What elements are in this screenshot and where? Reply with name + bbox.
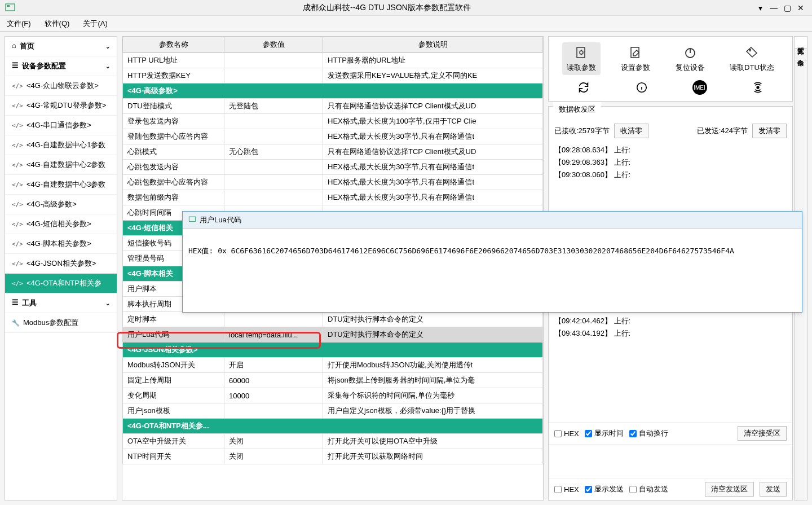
param-value[interactable] [224, 129, 323, 144]
param-value[interactable] [224, 403, 323, 419]
table-row[interactable]: NTP时间开关关闭打开此开关可以获取网络时间 [123, 449, 543, 464]
minimize-button[interactable]: — [767, 3, 780, 12]
param-value[interactable] [224, 53, 323, 68]
send-button[interactable]: 发送 [760, 482, 787, 497]
param-value[interactable]: 无登陆包 [224, 99, 323, 114]
signal-icon[interactable] [750, 80, 766, 95]
param-name[interactable]: 心跳包数据中心应答内容 [123, 175, 224, 190]
param-value[interactable]: local temp=data.illu... [224, 327, 323, 342]
table-row[interactable]: HTTP发送数据KEY发送数据采用KEY=VALUE格式,定义不同的KE [123, 68, 543, 84]
sidebar-home[interactable]: ⌂首页 ⌄ [5, 37, 117, 56]
table-row[interactable]: 登录包发送内容HEX格式,最大长度为100字节,仅用于TCP Clie [123, 114, 543, 129]
table-row[interactable]: 心跳包数据中心应答内容HEX格式,最大长度为30字节,只有在网络通信t [123, 175, 543, 190]
imei-icon[interactable]: IMEI [692, 80, 708, 95]
table-row[interactable]: 登陆包数据中心应答内容HEX格式,最大长度为30字节,只有在网络通信t [123, 129, 543, 144]
auto-wrap-checkbox[interactable]: 自动换行 [629, 428, 668, 438]
vtab-cmd[interactable]: 命令集 [795, 49, 807, 60]
table-row[interactable]: OTA空中升级开关关闭打开此开关可以使用OTA空中升级 [123, 434, 543, 449]
send-hex-checkbox[interactable]: HEX [554, 485, 579, 494]
param-name[interactable]: Modbus转JSON开关 [123, 358, 224, 373]
info-icon[interactable] [634, 80, 650, 95]
param-name[interactable]: 定时脚本 [123, 312, 224, 327]
table-row[interactable]: DTU登陆模式无登陆包只有在网络通信协议选择TCP Client模式及UD [123, 99, 543, 114]
sidebar-item[interactable]: </><4G-自建数据中心2参数 [5, 155, 117, 175]
sidebar-item[interactable]: </><4G-脚本相关参数> [5, 234, 117, 254]
param-name[interactable]: 用户json模板 [123, 403, 224, 419]
table-row[interactable]: 定时脚本DTU定时执行脚本命令的定义 [123, 312, 543, 327]
show-send-checkbox[interactable]: 显示发送 [585, 484, 624, 494]
param-value[interactable] [224, 160, 323, 175]
menu-software[interactable]: 软件(Q) [45, 19, 70, 29]
clear-recv-button[interactable]: 清空接受区 [738, 426, 787, 441]
param-name[interactable]: 登陆包数据中心应答内容 [123, 129, 224, 144]
send-clear-button[interactable]: 发清零 [752, 124, 787, 138]
menu-about[interactable]: 关于(A) [83, 19, 107, 29]
param-value[interactable]: 开启 [224, 358, 323, 373]
sidebar-item[interactable]: </><4G-高级参数> [5, 195, 117, 214]
popup-titlebar[interactable]: 用户Lua代码 [183, 212, 802, 229]
menu-file[interactable]: 文件(F) [7, 19, 31, 29]
param-value[interactable]: 无心跳包 [224, 144, 323, 160]
table-row[interactable]: 心跳包发送内容HEX格式,最大长度为30字节,只有在网络通信t [123, 160, 543, 175]
table-row[interactable]: 数据包前缀内容HEX格式,最大长度为30字节,只有在网络通信t [123, 190, 543, 205]
sidebar-tools[interactable]: ☰工具 ⌄ [5, 293, 117, 313]
sidebar-item[interactable]: </><4G-串口通信参数> [5, 116, 117, 135]
table-row[interactable]: <4G-JSON相关参数> [123, 342, 543, 358]
param-value[interactable] [224, 68, 323, 84]
close-button[interactable]: ✕ [794, 3, 807, 12]
sidebar-item[interactable]: </><4G-自建数据中心3参数 [5, 175, 117, 195]
read-params-button[interactable]: 读取参数 [562, 42, 601, 75]
reset-device-button[interactable]: 复位设备 [671, 42, 709, 75]
sidebar-item[interactable]: </><4G-众山物联云参数> [5, 76, 117, 96]
table-row[interactable]: HTTP URL地址HTTP服务器的URL地址 [123, 53, 543, 68]
section-header[interactable]: <4G-高级参数> [123, 84, 543, 99]
param-name[interactable]: HTTP发送数据KEY [123, 68, 224, 84]
param-name[interactable]: 心跳包发送内容 [123, 160, 224, 175]
recv-hex-checkbox[interactable]: HEX [554, 429, 579, 438]
param-name[interactable]: 用户Lua代码 [123, 327, 224, 342]
param-value[interactable] [224, 175, 323, 190]
table-row[interactable]: <4G-高级参数> [123, 84, 543, 99]
param-value[interactable]: 关闭 [224, 434, 323, 449]
show-time-checkbox[interactable]: 显示时间 [585, 428, 624, 438]
param-name[interactable]: 变化周期 [123, 388, 224, 403]
sidebar-item[interactable]: </><4G-常规DTU登录参数> [5, 96, 117, 116]
param-value[interactable]: 关闭 [224, 449, 323, 464]
param-value[interactable]: 10000 [224, 388, 323, 403]
dropdown-icon[interactable]: ▾ [753, 3, 767, 12]
table-row[interactable]: 固定上传周期60000将json数据上传到服务器的时间间隔,单位为毫 [123, 373, 543, 388]
param-name[interactable]: HTTP URL地址 [123, 53, 224, 68]
param-name[interactable]: 登录包发送内容 [123, 114, 224, 129]
send-text-area[interactable] [549, 444, 792, 478]
table-row[interactable]: 心跳模式无心跳包只有在网络通信协议选择TCP Client模式及UD [123, 144, 543, 160]
vtab-config[interactable]: 配置方式 [795, 37, 807, 49]
auto-send-checkbox[interactable]: 自动发送 [629, 484, 668, 494]
sidebar-modbus[interactable]: 🔧 Modbus参数配置 [5, 313, 117, 333]
sidebar-config[interactable]: ☰设备参数配置 ⌄ [5, 56, 117, 76]
table-row[interactable]: 变化周期10000采集每个标识符的时间间隔,单位为毫秒 [123, 388, 543, 403]
section-header[interactable]: <4G-OTA和NTP相关参... [123, 419, 543, 434]
sync-icon[interactable] [576, 80, 592, 95]
param-name[interactable]: 心跳模式 [123, 144, 224, 160]
table-row[interactable]: Modbus转JSON开关开启打开使用Modbus转JSON功能,关闭使用透传t [123, 358, 543, 373]
table-row[interactable]: 用户Lua代码local temp=data.illu...DTU定时执行脚本命… [123, 327, 543, 342]
param-name[interactable]: NTP时间开关 [123, 449, 224, 464]
maximize-button[interactable]: ▢ [780, 3, 794, 12]
sidebar-item[interactable]: </><4G-短信相关参数> [5, 214, 117, 234]
param-name[interactable]: DTU登陆模式 [123, 99, 224, 114]
recv-clear-button[interactable]: 收清零 [614, 124, 648, 138]
param-value[interactable] [224, 190, 323, 205]
sidebar-item[interactable]: </><4G-自建数据中心1参数 [5, 135, 117, 155]
param-value[interactable]: 60000 [224, 373, 323, 388]
param-value[interactable] [224, 312, 323, 327]
table-row[interactable]: <4G-OTA和NTP相关参... [123, 419, 543, 434]
sidebar-item[interactable]: </><4G-OTA和NTP相关参 [5, 274, 117, 293]
sidebar-item[interactable]: </><4G-JSON相关参数> [5, 254, 117, 274]
section-header[interactable]: <4G-JSON相关参数> [123, 342, 543, 358]
param-name[interactable]: OTA空中升级开关 [123, 434, 224, 449]
set-params-button[interactable]: 设置参数 [616, 42, 655, 75]
clear-send-button[interactable]: 清空发送区 [705, 482, 754, 497]
read-status-button[interactable]: 读取DTU状态 [725, 42, 779, 75]
param-name[interactable]: 数据包前缀内容 [123, 190, 224, 205]
param-name[interactable]: 固定上传周期 [123, 373, 224, 388]
